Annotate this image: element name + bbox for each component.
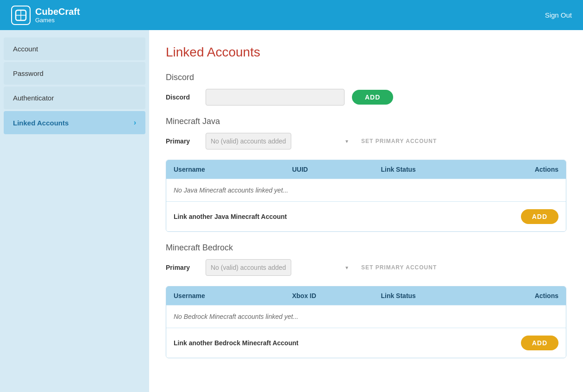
bedrock-link-label: Link another Bedrock Minecraft Account xyxy=(174,339,298,347)
minecraft-java-section: Minecraft Java Primary No (valid) accoun… xyxy=(166,117,566,232)
java-link-row: Link another Java Minecraft Account ADD xyxy=(166,201,566,231)
java-table: Username UUID Link Status Actions No Jav… xyxy=(166,160,566,232)
java-set-primary-button[interactable]: SET PRIMARY ACCOUNT xyxy=(361,138,437,144)
logo-icon xyxy=(11,6,31,25)
discord-field-label: Discord xyxy=(166,93,198,101)
java-table-header: Username UUID Link Status Actions xyxy=(166,160,566,179)
chevron-right-icon: › xyxy=(134,118,136,127)
discord-input[interactable] xyxy=(206,89,345,106)
bedrock-link-row: Link another Bedrock Minecraft Account A… xyxy=(166,328,566,358)
discord-section-title: Discord xyxy=(166,73,566,82)
bedrock-empty-message: No Bedrock Minecraft accounts linked yet… xyxy=(174,313,298,320)
page-title: Linked Accounts xyxy=(166,45,566,60)
java-add-button[interactable]: ADD xyxy=(521,209,558,224)
bedrock-col-actions: Actions xyxy=(470,292,558,299)
sidebar-item-linked-accounts-label: Linked Accounts xyxy=(13,119,69,127)
discord-add-button[interactable]: ADD xyxy=(352,90,393,105)
java-primary-select[interactable]: No (valid) accounts added xyxy=(206,133,291,149)
sidebar-item-password[interactable]: Password xyxy=(4,62,145,85)
logo-title: CubeCraft xyxy=(35,6,80,17)
bedrock-col-link-status: Link Status xyxy=(381,292,470,299)
sidebar: Account Password Authenticator Linked Ac… xyxy=(0,30,149,392)
bedrock-set-primary-button[interactable]: SET PRIMARY ACCOUNT xyxy=(361,264,437,271)
bedrock-table-header: Username Xbox ID Link Status Actions xyxy=(166,286,566,305)
bedrock-primary-row: Primary No (valid) accounts added SET PR… xyxy=(166,259,566,276)
logo-text: CubeCraft Games xyxy=(35,6,80,24)
java-col-uuid: UUID xyxy=(292,166,381,173)
java-primary-select-wrapper: No (valid) accounts added xyxy=(206,133,354,149)
sidebar-item-authenticator[interactable]: Authenticator xyxy=(4,87,145,109)
java-empty-row: No Java Minecraft accounts linked yet... xyxy=(166,179,566,201)
discord-section: Discord Discord ADD xyxy=(166,73,566,106)
minecraft-bedrock-section: Minecraft Bedrock Primary No (valid) acc… xyxy=(166,243,566,358)
java-col-username: Username xyxy=(174,166,292,173)
java-col-actions: Actions xyxy=(470,166,558,173)
sidebar-item-account[interactable]: Account xyxy=(4,37,145,60)
discord-field-row: Discord ADD xyxy=(166,89,566,106)
bedrock-primary-select[interactable]: No (valid) accounts added xyxy=(206,259,291,276)
java-link-label: Link another Java Minecraft Account xyxy=(174,213,287,220)
java-primary-row: Primary No (valid) accounts added SET PR… xyxy=(166,133,566,149)
bedrock-primary-label: Primary xyxy=(166,264,198,271)
sidebar-item-account-label: Account xyxy=(13,45,38,53)
logo: CubeCraft Games xyxy=(11,6,80,25)
sidebar-item-linked-accounts[interactable]: Linked Accounts › xyxy=(4,111,145,134)
sidebar-item-password-label: Password xyxy=(13,69,44,77)
header: CubeCraft Games Sign Out xyxy=(0,0,583,30)
bedrock-add-button[interactable]: ADD xyxy=(521,336,558,350)
bedrock-section-title: Minecraft Bedrock xyxy=(166,243,566,253)
sign-out-button[interactable]: Sign Out xyxy=(545,11,572,19)
sidebar-item-authenticator-label: Authenticator xyxy=(13,94,54,102)
bedrock-primary-select-wrapper: No (valid) accounts added xyxy=(206,259,354,276)
bedrock-empty-row: No Bedrock Minecraft accounts linked yet… xyxy=(166,305,566,328)
java-section-title: Minecraft Java xyxy=(166,117,566,126)
java-col-link-status: Link Status xyxy=(381,166,470,173)
bedrock-col-username: Username xyxy=(174,292,292,299)
logo-subtitle: Games xyxy=(35,17,80,24)
bedrock-col-xbox-id: Xbox ID xyxy=(292,292,381,299)
java-empty-message: No Java Minecraft accounts linked yet... xyxy=(174,187,288,194)
java-primary-label: Primary xyxy=(166,137,198,145)
main-content: Linked Accounts Discord Discord ADD Mine… xyxy=(149,30,583,392)
bedrock-table: Username Xbox ID Link Status Actions No … xyxy=(166,286,566,358)
